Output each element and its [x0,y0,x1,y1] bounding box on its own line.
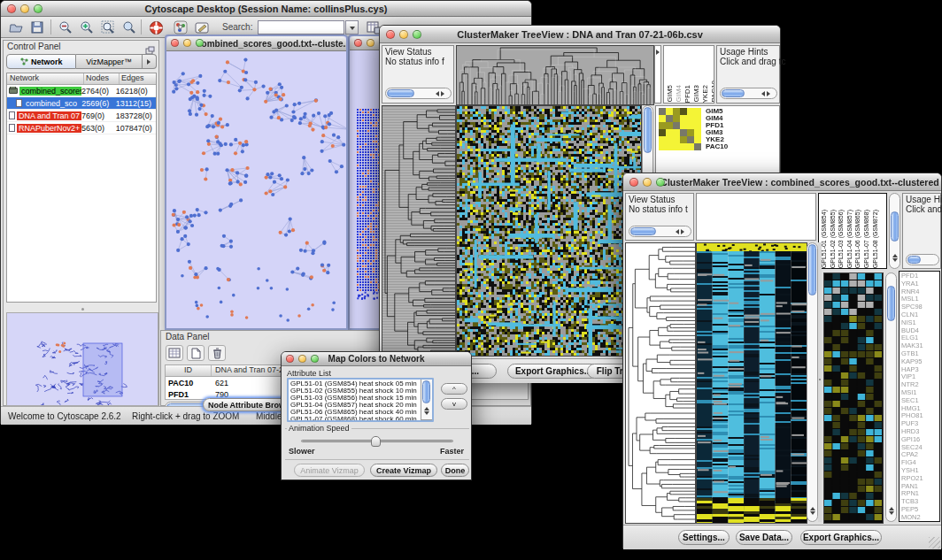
scroll-down-icon[interactable] [889,511,894,518]
minimize-button[interactable] [367,39,374,47]
zoom-button[interactable] [196,39,204,47]
gene-label[interactable]: MON2 [901,514,939,522]
close-button[interactable] [386,30,395,39]
zoom-button[interactable] [311,355,319,363]
scroll-up-icon[interactable] [424,404,429,410]
col-edges[interactable]: Edges [120,73,155,84]
tv2-column-label[interactable]: GPL51-08 (GSM872) [872,210,880,268]
scroll-up-icon[interactable] [889,504,894,510]
minimize-button[interactable] [643,178,652,187]
network-graph-canvas[interactable] [166,51,346,328]
tv1-column-label[interactable]: YKE2 [701,85,709,103]
minimize-button[interactable] [183,39,191,47]
scroll-down-icon[interactable] [810,511,815,518]
slider-thumb[interactable] [371,436,381,447]
col-nodes[interactable]: Nodes [84,73,120,84]
tv1-status-hscrollbar[interactable] [385,88,452,99]
tv1-column-label[interactable]: PAC10 [710,81,714,103]
scroll-right-icon[interactable] [767,91,773,96]
scroll-up-icon[interactable] [892,251,898,257]
attribute-item[interactable]: GPL51-07 (GSM868) heat shock 60 min [290,416,430,422]
search-dropdown-button[interactable] [345,20,359,35]
hscroll-thumb[interactable] [630,227,656,235]
vscroll-thumb[interactable] [422,380,430,403]
scroll-left-icon[interactable] [433,91,439,96]
tv2-column-label[interactable]: GPL51-02 (GSM855) [830,210,838,268]
vscroll-thumb[interactable] [808,244,816,295]
zoom-selected-icon[interactable] [120,19,139,36]
hscroll-thumb[interactable] [387,89,414,97]
tv2-column-label[interactable]: GPL51-03 (GSM856) [838,210,845,268]
close-button[interactable] [171,39,179,47]
open-file-icon[interactable] [6,19,26,36]
tv2-export-graphics-button[interactable]: Export Graphics... [800,530,882,545]
network-row[interactable]: combined_scores 2764(0) 16218(0) [7,85,156,97]
vscroll-thumb[interactable] [644,107,652,153]
zoom-in-icon[interactable] [77,19,97,36]
dialog-title-bar[interactable]: Map Colors to Network [282,352,471,366]
network-row[interactable]: DNA and Tran 07 769(0) 183728(0) [7,110,156,122]
done-button[interactable]: Done [441,464,469,477]
treeview1-title-bar[interactable]: ClusterMaker TreeView : DNA and Tran 07-… [380,26,780,43]
zoom-button[interactable] [413,30,421,39]
hscroll-thumb[interactable] [722,89,745,97]
vscroll-thumb[interactable] [887,286,895,321]
network-window-1-title-bar[interactable]: combined_scores_good.txt--cluste... [166,36,346,51]
expand-icon[interactable] [656,50,662,55]
tv1-zoom-gene-label[interactable]: PAC10 [706,143,728,150]
tv1-column-label[interactable]: GIM4 [675,85,683,103]
network-overview-canvas[interactable] [6,312,158,406]
tv1-column-label[interactable]: GIM3 [692,85,700,103]
scroll-down-icon[interactable] [892,258,898,265]
tv2-zoom-vscrollbar[interactable] [885,272,897,522]
tv2-row-dendrogram-canvas[interactable] [625,242,696,524]
move-up-button[interactable]: ^ [441,383,467,395]
hscroll-thumb[interactable] [907,256,921,264]
move-down-button[interactable]: v [441,398,467,410]
tv1-column-label[interactable]: GIM5 [666,85,674,103]
tv2-global-heatmap-canvas[interactable] [696,242,807,524]
tv2-settings-button[interactable]: Settings... [678,530,730,545]
scroll-left-icon[interactable] [759,91,765,96]
tv2-column-label[interactable]: GPL51-01 (GSM854) [821,210,829,268]
scroll-left-icon[interactable] [673,229,679,234]
close-button[interactable] [7,4,16,13]
tv2-splitter[interactable] [818,242,822,522]
tv2-global-vscrollbar[interactable] [807,242,818,522]
network-row[interactable]: RNAPuberNov2+ 563(0) 107847(0) [7,122,156,134]
close-button[interactable] [629,178,638,187]
network-row[interactable]: combined_sco 2569(6) 13112(15) [7,97,156,110]
col-id[interactable]: ID [166,365,212,376]
scroll-right-icon[interactable] [441,91,447,96]
help-lifesaver-icon[interactable] [146,19,166,36]
scroll-up-icon[interactable] [810,504,815,510]
scroll-down-icon[interactable] [424,411,429,418]
tv1-zoom-matrix-canvas[interactable] [658,108,702,150]
attribute-list-vscrollbar[interactable] [421,380,432,420]
tab-scroll-right-button[interactable] [143,54,157,69]
tv2-zoom-heatmap-canvas[interactable] [823,272,884,524]
tv2-status-hscrollbar[interactable] [629,226,691,237]
tv2-usage-hscrollbar[interactable] [906,254,939,265]
zoom-button[interactable] [656,178,665,187]
save-icon[interactable] [27,19,47,36]
tv1-export-graphics-button[interactable]: Export Graphics... [507,364,599,379]
annotation-icon[interactable] [192,19,212,36]
resize-grip-icon[interactable] [929,537,940,548]
tv1-row-dendrogram-canvas[interactable] [382,105,456,357]
treeview2-title-bar[interactable]: ClusterMaker TreeView : combined_scores_… [623,173,941,191]
speed-slider[interactable] [301,440,453,442]
tv1-column-label[interactable]: PFD1 [683,85,691,103]
minimize-button[interactable] [298,355,306,363]
tv1-heatmap-canvas[interactable] [456,105,642,357]
zoom-out-icon[interactable] [56,19,75,36]
tv2-collabel-vscrollbar[interactable] [889,193,900,269]
search-input[interactable] [258,20,344,35]
tv2-column-label[interactable]: GPL51-04 (GSM857) [846,210,854,268]
vizmapper-icon[interactable] [171,19,190,36]
zoom-fit-icon[interactable] [98,19,118,36]
tv1-usage-hscrollbar[interactable] [720,88,777,99]
close-button[interactable] [354,39,362,47]
main-title-bar[interactable]: Cytoscape Desktop (Session Name: collins… [1,1,531,17]
close-button[interactable] [286,355,294,363]
